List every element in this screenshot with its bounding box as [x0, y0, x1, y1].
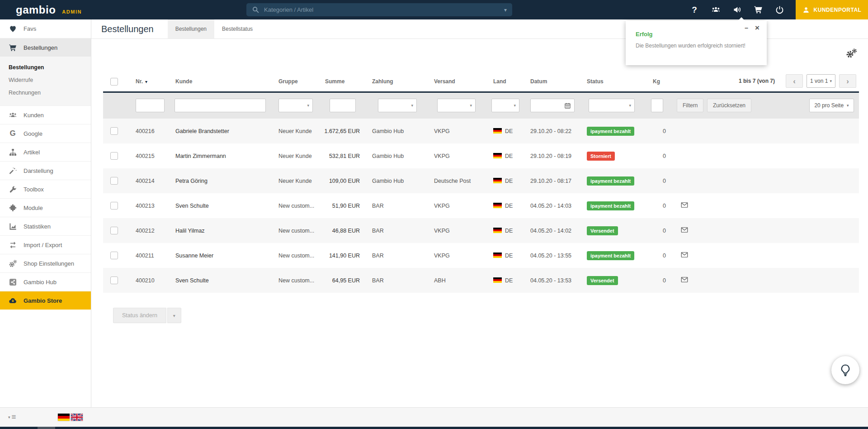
tab-bestellungen[interactable]: Bestellungen: [168, 19, 214, 38]
order-land: DE: [493, 203, 530, 209]
table-row[interactable]: 400213Sven SchulteNew custom...51,90 EUR…: [103, 193, 859, 218]
filter-nr-input[interactable]: [136, 99, 165, 112]
table-row[interactable]: 400210Sven SchulteNew custom...64,95 EUR…: [103, 268, 859, 293]
hamburger-icon: ≡: [12, 413, 16, 422]
next-page-button[interactable]: ›: [839, 74, 856, 88]
filter-land-select[interactable]: ▾: [491, 99, 519, 112]
sidebar-item-module[interactable]: Module: [0, 198, 91, 217]
filter-zahlung-select[interactable]: ▾: [378, 99, 417, 112]
filter-kg-input[interactable]: [651, 99, 663, 112]
tab-bestellstatus[interactable]: Bestellstatus: [214, 19, 260, 38]
order-datum: 29.10.20 - 08:22: [530, 128, 587, 134]
envelope-icon[interactable]: [680, 226, 689, 234]
sidebar-subitem-bestellungen[interactable]: Bestellungen: [0, 61, 91, 74]
power-icon[interactable]: [774, 5, 785, 15]
sidebar-item-statistiken[interactable]: Statistiken: [0, 217, 91, 235]
column-header-zahlung[interactable]: Zahlung: [360, 78, 434, 85]
help-bulb-button[interactable]: [831, 356, 859, 384]
order-versand: VKPG: [434, 203, 493, 209]
flag-de-icon: [493, 153, 502, 158]
brand[interactable]: gambio ADMIN: [16, 4, 82, 16]
sidebar-item-shop-einstellungen[interactable]: Shop Einstellungen: [0, 254, 91, 272]
order-gruppe: New custom...: [278, 277, 324, 284]
row-checkbox[interactable]: [110, 252, 118, 259]
chevron-down-icon: ▾: [8, 415, 10, 419]
order-nr: 400210: [136, 277, 175, 284]
envelope-icon[interactable]: [680, 251, 689, 259]
sidebar-item-google[interactable]: GGoogle: [0, 124, 91, 143]
filter-status-select[interactable]: ▾: [589, 99, 635, 112]
sidebar-item-import-export[interactable]: Import / Export: [0, 235, 91, 254]
sitemap-icon: [8, 148, 17, 157]
flag-gb-icon[interactable]: [71, 414, 83, 421]
select-all-checkbox[interactable]: [110, 78, 118, 86]
column-header-versand[interactable]: Versand: [434, 78, 493, 85]
reset-button[interactable]: Zurücksetzen: [707, 99, 751, 112]
filter-summe-input[interactable]: [330, 99, 356, 112]
users-icon[interactable]: [710, 5, 721, 15]
table-row[interactable]: 400215Martin ZimmermannNeuer Kunde532,81…: [103, 143, 859, 168]
column-header-status[interactable]: Status: [587, 78, 651, 85]
sidebar-item-darstellung[interactable]: Darstellung: [0, 161, 91, 180]
row-checkbox[interactable]: [110, 127, 118, 135]
column-header-summe[interactable]: Summe: [324, 78, 360, 85]
envelope-icon[interactable]: [680, 201, 689, 209]
filter-datum-input[interactable]: [530, 99, 575, 112]
column-header-datum[interactable]: Datum: [530, 78, 587, 85]
prev-page-button[interactable]: ‹: [786, 74, 803, 88]
row-checkbox[interactable]: [110, 276, 118, 284]
table-row[interactable]: 400211Susanne MeierNew custom...141,90 E…: [103, 243, 859, 268]
table-row[interactable]: 400212Halil YilmazNew custom...46,88 EUR…: [103, 218, 859, 243]
order-datum: 04.05.20 - 14:03: [530, 203, 587, 209]
row-checkbox[interactable]: [110, 152, 118, 160]
cart-icon: [8, 43, 17, 52]
footer-menu-toggle[interactable]: ▾ ≡: [8, 413, 16, 422]
filter-kunde-input[interactable]: [175, 99, 266, 112]
import-export-icon: [8, 241, 17, 249]
envelope-icon[interactable]: [680, 276, 689, 284]
help-icon[interactable]: ?: [689, 5, 700, 15]
sidebar-item-kunden[interactable]: Kunden: [0, 105, 91, 124]
column-header-gruppe[interactable]: Gruppe: [278, 78, 324, 85]
sidebar-item-favs[interactable]: Favs: [0, 19, 91, 38]
per-page-select[interactable]: 20 pro Seite▾: [809, 99, 854, 112]
order-summe: 1.672,65 EUR: [324, 128, 360, 134]
column-header-kunde[interactable]: Kunde: [175, 78, 278, 85]
column-header-nr[interactable]: Nr.▾: [136, 78, 175, 85]
row-checkbox[interactable]: [110, 227, 118, 234]
table-row[interactable]: 400216Gabriele BrandstetterNeuer Kunde1.…: [103, 119, 859, 143]
change-status-button[interactable]: Status ändern: [113, 308, 166, 323]
sidebar-item-bestellungen[interactable]: Bestellungen: [0, 38, 91, 57]
order-kunde: Gabriele Brandstetter: [175, 128, 278, 134]
change-status-dropdown[interactable]: ▾: [167, 308, 181, 323]
row-checkbox[interactable]: [110, 202, 118, 210]
sidebar-item-gambio-hub[interactable]: Gambio Hub: [0, 272, 91, 291]
column-header-land[interactable]: Land: [493, 78, 530, 85]
column-header-kg[interactable]: Kg: [651, 78, 680, 85]
global-search-input[interactable]: Kategorien / Artikel ▾: [246, 3, 512, 16]
wrench-icon: [8, 185, 17, 194]
sidebar-item-toolbox[interactable]: Toolbox: [0, 180, 91, 198]
flag-de-icon[interactable]: [58, 414, 70, 421]
order-versand: VKPG: [434, 253, 493, 259]
megaphone-icon[interactable]: [731, 5, 742, 15]
row-checkbox[interactable]: [110, 177, 118, 185]
sidebar-subitem-widerrufe[interactable]: Widerrufe: [0, 74, 91, 86]
order-nr: 400214: [136, 178, 175, 184]
close-icon[interactable]: ×: [755, 24, 760, 33]
filter-versand-select[interactable]: ▾: [437, 99, 476, 112]
sidebar-item-artikel[interactable]: Artikel: [0, 143, 91, 161]
filter-button[interactable]: Filtern: [677, 99, 703, 112]
sidebar-subitem-rechnungen[interactable]: Rechnungen: [0, 86, 91, 99]
kundenportal-button[interactable]: KUNDENPORTAL: [796, 0, 868, 19]
cart-icon[interactable]: [753, 5, 764, 15]
order-summe: 46,88 EUR: [324, 228, 360, 234]
filter-gruppe-select[interactable]: ▾: [278, 99, 313, 112]
popup-arrow: [738, 17, 745, 21]
page-select[interactable]: 1 von 1▾: [807, 74, 835, 88]
sidebar-item-gambio-store[interactable]: Gambio Store: [0, 291, 91, 310]
table-settings-icon[interactable]: [845, 48, 857, 59]
table-row[interactable]: 400214Petra GöringNeuer Kunde109,00 EURG…: [103, 168, 859, 193]
minimize-icon[interactable]: −: [745, 24, 748, 32]
chevron-down-icon[interactable]: ▾: [504, 7, 507, 13]
